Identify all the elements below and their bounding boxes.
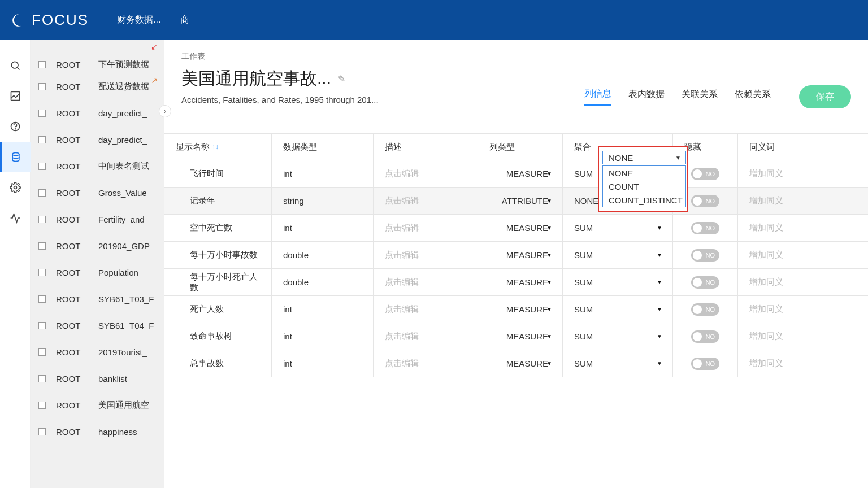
cell-display-name[interactable]: 每十万小时死亡人数 (164, 269, 272, 295)
row-checkbox[interactable] (38, 189, 46, 197)
aggregation-option[interactable]: COUNT_DISTINCT (603, 193, 685, 207)
row-checkbox[interactable] (38, 61, 46, 68)
row-checkbox[interactable] (38, 83, 46, 90)
cell-aggregation[interactable]: SUM▼ (563, 242, 673, 268)
cell-aggregation[interactable]: SUM▼ (563, 269, 673, 295)
cell-description[interactable]: 点击编辑 (374, 269, 478, 295)
cell-description[interactable]: 点击编辑 (374, 188, 478, 214)
dataset-row[interactable]: ROOTSYB61_T04_F (31, 312, 164, 339)
cell-display-name[interactable]: 空中死亡数 (164, 215, 272, 241)
cell-column-type[interactable]: MEASURE▼ (478, 296, 563, 323)
dataset-row[interactable]: ROOT2019Tourist_ (31, 339, 164, 365)
cell-synonym[interactable]: 增加同义 (738, 160, 868, 187)
cell-aggregation[interactable]: SUM▼ (563, 323, 673, 350)
cell-synonym[interactable]: 增加同义 (738, 323, 868, 350)
row-checkbox[interactable] (38, 163, 46, 170)
search-icon[interactable] (0, 50, 31, 81)
dataset-row[interactable]: ROOThappiness (31, 419, 164, 445)
hidden-toggle[interactable]: NO (691, 276, 719, 289)
cell-column-type[interactable]: MEASURE▼ (478, 215, 563, 241)
header-column-type[interactable]: 列类型 (478, 134, 563, 160)
hidden-toggle[interactable]: NO (691, 303, 719, 316)
cell-column-type[interactable]: ATTRIBUTE▼ (478, 188, 563, 214)
cell-column-type[interactable]: MEASURE▼ (478, 323, 563, 350)
cell-synonym[interactable]: 增加同义 (738, 269, 868, 295)
panel-expand-button[interactable]: › (159, 105, 171, 117)
aggregation-option[interactable]: NONE (603, 166, 685, 180)
cell-description[interactable]: 点击编辑 (374, 242, 478, 268)
dataset-row[interactable]: ROOT美国通用航空 (31, 392, 164, 419)
cell-description[interactable]: 点击编辑 (374, 296, 478, 323)
row-checkbox[interactable] (38, 110, 46, 117)
row-checkbox[interactable] (38, 348, 46, 356)
cell-column-type[interactable]: MEASURE▼ (478, 350, 563, 377)
cell-display-name[interactable]: 飞行时间 (164, 160, 272, 187)
cell-display-name[interactable]: 总事故数 (164, 350, 272, 377)
settings-icon[interactable] (0, 172, 31, 203)
cell-description[interactable]: 点击编辑 (374, 350, 478, 377)
row-checkbox[interactable] (38, 322, 46, 329)
header-data-type[interactable]: 数据类型 (272, 134, 374, 160)
cell-aggregation[interactable]: SUM▼ (563, 215, 673, 241)
hidden-toggle[interactable]: NO (691, 222, 719, 234)
hidden-toggle[interactable]: NO (691, 195, 719, 207)
aggregation-select[interactable]: NONE ▼ (602, 151, 686, 164)
top-menu-finance[interactable]: 财务数据... (117, 14, 160, 26)
cell-column-type[interactable]: MEASURE▼ (478, 242, 563, 268)
cell-synonym[interactable]: 增加同义 (738, 188, 868, 214)
tab-column-info[interactable]: 列信息 (584, 88, 611, 106)
row-checkbox[interactable] (38, 402, 46, 409)
cell-display-name[interactable]: 记录年 (164, 188, 272, 214)
row-checkbox[interactable] (38, 295, 46, 303)
subtitle[interactable]: Accidents, Fatalities, and Rates, 1995 t… (181, 95, 379, 107)
dataset-row[interactable]: ROOT配送退货数据↗ (31, 73, 164, 100)
dataset-row[interactable]: ROOTday_predict_ (31, 100, 164, 127)
cell-description[interactable]: 点击编辑 (374, 323, 478, 350)
cell-aggregation[interactable]: SUM▼ (563, 350, 673, 377)
cell-display-name[interactable]: 每十万小时事故数 (164, 242, 272, 268)
cell-column-type[interactable]: MEASURE▼ (478, 269, 563, 295)
help-icon[interactable] (0, 111, 31, 142)
dataset-row[interactable]: ROOTPopulation_ (31, 259, 164, 286)
tab-table-data[interactable]: 表内数据 (628, 89, 665, 105)
row-checkbox[interactable] (38, 242, 46, 250)
header-synonym[interactable]: 同义词 (738, 134, 868, 160)
tab-dependencies[interactable]: 依赖关系 (735, 89, 771, 105)
aggregation-option[interactable]: COUNT (603, 180, 685, 193)
tab-relations[interactable]: 关联关系 (682, 89, 718, 105)
cell-aggregation[interactable]: SUM▼ (563, 296, 673, 323)
hidden-toggle[interactable]: NO (691, 168, 719, 180)
hidden-toggle[interactable]: NO (691, 249, 719, 262)
header-display-name[interactable]: 显示名称↑↓ (164, 134, 272, 160)
cell-description[interactable]: 点击编辑 (374, 215, 478, 241)
cell-description[interactable]: 点击编辑 (374, 160, 478, 187)
cell-display-name[interactable]: 死亡人数 (164, 296, 272, 323)
cell-synonym[interactable]: 增加同义 (738, 296, 868, 323)
dataset-row[interactable]: ROOT201904_GDP (31, 233, 164, 259)
cell-synonym[interactable]: 增加同义 (738, 215, 868, 241)
cell-synonym[interactable]: 增加同义 (738, 350, 868, 377)
save-button[interactable]: 保存 (799, 85, 851, 108)
chart-icon[interactable] (0, 81, 31, 111)
hidden-toggle[interactable]: NO (691, 330, 719, 343)
dataset-row[interactable]: ROOTbanklist (31, 365, 164, 392)
dataset-row[interactable]: ROOTFertility_and (31, 206, 164, 233)
cell-column-type[interactable]: MEASURE▼ (478, 160, 563, 187)
dataset-row[interactable]: ROOTday_predict_ (31, 127, 164, 153)
dataset-row[interactable]: ROOTSYB61_T03_F (31, 286, 164, 312)
data-icon[interactable] (0, 142, 31, 172)
hidden-toggle[interactable]: NO (691, 358, 719, 370)
row-checkbox[interactable] (38, 428, 46, 435)
dataset-row[interactable]: ROOTGross_Value (31, 180, 164, 206)
edit-icon[interactable]: ✎ (338, 73, 345, 84)
cell-synonym[interactable]: 增加同义 (738, 242, 868, 268)
row-checkbox[interactable] (38, 375, 46, 382)
row-checkbox[interactable] (38, 269, 46, 276)
dataset-row[interactable]: ROOT中间表名测试 (31, 153, 164, 180)
row-checkbox[interactable] (38, 136, 46, 143)
dataset-row[interactable]: ROOT下午预测数据↙ (31, 40, 164, 73)
header-description[interactable]: 描述 (374, 134, 478, 160)
activity-icon[interactable] (0, 203, 31, 233)
top-menu-commerce[interactable]: 商 (180, 14, 189, 26)
row-checkbox[interactable] (38, 216, 46, 223)
